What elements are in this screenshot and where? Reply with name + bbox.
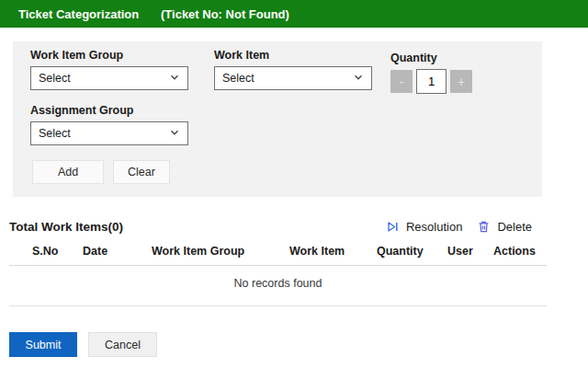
work-item-field: Work Item Select xyxy=(214,50,372,94)
quantity-field: Quantity - + xyxy=(390,50,472,94)
resolution-action-label: Resolution xyxy=(406,220,462,234)
header-bar: Ticket Categorization (Ticket No: Not Fo… xyxy=(0,0,588,28)
page-title: Ticket Categorization xyxy=(18,7,139,21)
assignment-group-field: Assignment Group Select xyxy=(30,105,542,145)
delete-action[interactable]: Delete xyxy=(477,220,532,234)
chevron-down-icon xyxy=(169,127,180,141)
work-item-group-select[interactable]: Select xyxy=(30,66,188,90)
submit-button[interactable]: Submit xyxy=(9,332,77,357)
work-items-section: Total Work Items(0) Resolution Delete S.… xyxy=(9,220,547,306)
quantity-input[interactable] xyxy=(416,69,447,94)
assignment-group-label: Assignment Group xyxy=(30,105,542,117)
cancel-button[interactable]: Cancel xyxy=(88,332,157,357)
delete-action-label: Delete xyxy=(497,220,532,234)
chevron-down-icon xyxy=(353,72,364,86)
add-button[interactable]: Add xyxy=(32,160,104,184)
assignment-group-select[interactable]: Select xyxy=(30,121,188,145)
quantity-decrement-button[interactable]: - xyxy=(390,70,413,93)
column-header-quantity: Quantity xyxy=(377,245,447,258)
form-row-3: Add Clear xyxy=(32,160,542,184)
work-item-group-field: Work Item Group Select xyxy=(30,50,188,94)
chevron-down-icon xyxy=(169,72,180,86)
quantity-increment-button[interactable]: + xyxy=(450,70,472,93)
column-header-actions: Actions xyxy=(493,245,548,258)
work-items-header: Total Work Items(0) Resolution Delete xyxy=(9,220,547,234)
ticket-number-label: (Ticket No: Not Found) xyxy=(161,7,289,21)
form-row-1: Work Item Group Select Work Item Select xyxy=(30,50,542,94)
footer-actions: Submit Cancel xyxy=(9,332,588,357)
work-item-group-value: Select xyxy=(39,72,71,85)
column-header-date: Date xyxy=(83,245,152,258)
column-header-sno: S.No xyxy=(32,245,83,258)
quantity-stepper: - + xyxy=(390,69,472,94)
work-item-label: Work Item xyxy=(214,50,372,62)
work-item-group-label: Work Item Group xyxy=(30,50,188,62)
table-header-row: S.No Date Work Item Group Work Item Quan… xyxy=(9,245,547,266)
step-forward-icon xyxy=(386,220,400,234)
form-row-2: Assignment Group Select xyxy=(30,105,542,145)
column-header-user: User xyxy=(447,245,493,258)
ticket-categorization-app: Ticket Categorization (Ticket No: Not Fo… xyxy=(0,0,588,357)
work-item-value: Select xyxy=(222,72,254,85)
total-work-items-title: Total Work Items(0) xyxy=(9,220,123,234)
quantity-label: Quantity xyxy=(390,52,472,64)
assignment-group-value: Select xyxy=(39,127,71,140)
column-header-work-item: Work Item xyxy=(289,245,377,258)
work-items-actions: Resolution Delete xyxy=(386,220,532,234)
form-panel: Work Item Group Select Work Item Select xyxy=(13,41,542,197)
clear-button[interactable]: Clear xyxy=(113,160,170,184)
resolution-action[interactable]: Resolution xyxy=(386,220,462,234)
column-header-work-item-group: Work Item Group xyxy=(152,245,289,258)
work-item-select[interactable]: Select xyxy=(214,66,372,90)
trash-icon xyxy=(477,220,491,234)
empty-table-message: No records found xyxy=(9,266,547,306)
